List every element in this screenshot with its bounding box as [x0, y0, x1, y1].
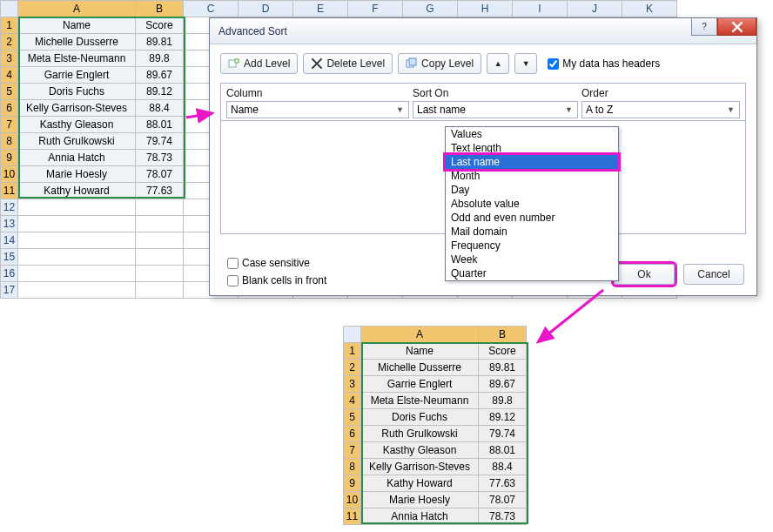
cell[interactable]: [136, 282, 184, 299]
row-header[interactable]: 17: [1, 282, 18, 299]
row-header[interactable]: 2: [1, 34, 18, 51]
col-header[interactable]: A: [18, 1, 136, 17]
dropdown-option[interactable]: Odd and even number: [446, 211, 618, 225]
cell[interactable]: [18, 216, 136, 232]
row-header[interactable]: 7: [1, 117, 18, 133]
cell[interactable]: 89.12: [479, 409, 527, 426]
cell[interactable]: 88.01: [479, 442, 527, 459]
cell[interactable]: [18, 266, 136, 282]
cell[interactable]: [136, 266, 184, 282]
cell[interactable]: Meta Elste-Neumann: [18, 51, 136, 67]
cell[interactable]: [18, 282, 136, 299]
cell[interactable]: [136, 232, 184, 249]
row-header[interactable]: 12: [1, 199, 18, 216]
cell[interactable]: 89.12: [136, 84, 184, 100]
copy-level-button[interactable]: Copy Level: [398, 53, 481, 74]
row-header[interactable]: 4: [344, 393, 361, 409]
cell[interactable]: 89.8: [136, 51, 184, 67]
row-header[interactable]: 1: [1, 17, 18, 34]
row-header[interactable]: 16: [1, 266, 18, 282]
sorton-dropdown[interactable]: ValuesText lengthLast nameMonthDayAbsolu…: [445, 126, 619, 281]
row-header[interactable]: 11: [1, 183, 18, 199]
order-combo[interactable]: A to Z ▼: [581, 101, 740, 118]
dropdown-option[interactable]: Frequency: [446, 239, 618, 253]
dropdown-option[interactable]: Mail domain: [446, 225, 618, 239]
cell[interactable]: 88.01: [136, 117, 184, 133]
row-header[interactable]: 13: [1, 216, 18, 232]
dropdown-option[interactable]: Week: [446, 253, 618, 266]
cell[interactable]: Garrie Englert: [361, 376, 479, 393]
row-header[interactable]: 9: [1, 150, 18, 166]
cell[interactable]: 78.07: [136, 166, 184, 183]
cell[interactable]: Marie Hoesly: [18, 166, 136, 183]
cell[interactable]: Kathy Howard: [361, 475, 479, 492]
row-header[interactable]: 10: [344, 492, 361, 508]
add-level-button[interactable]: Add Level: [220, 53, 298, 74]
row-header[interactable]: 1: [344, 343, 361, 360]
row-header[interactable]: 5: [344, 409, 361, 426]
col-header[interactable]: B: [479, 327, 527, 343]
cell[interactable]: 88.4: [136, 100, 184, 117]
dropdown-option[interactable]: Values: [446, 127, 618, 141]
row-header[interactable]: 7: [344, 442, 361, 459]
col-header[interactable]: I: [513, 1, 568, 17]
dialog-titlebar[interactable]: Advanced Sort ?: [210, 18, 756, 44]
cell[interactable]: Score: [479, 343, 527, 360]
cell[interactable]: Score: [136, 17, 184, 34]
dropdown-option[interactable]: Absolute value: [446, 197, 618, 211]
ok-button[interactable]: Ok: [614, 264, 675, 285]
row-header[interactable]: 4: [1, 67, 18, 84]
row-header[interactable]: 3: [344, 376, 361, 393]
col-header[interactable]: H: [458, 1, 513, 17]
cell[interactable]: Kelly Garrison-Steves: [361, 459, 479, 475]
col-header[interactable]: B: [136, 1, 184, 17]
cell[interactable]: 78.73: [136, 150, 184, 166]
cell[interactable]: 78.73: [479, 508, 527, 525]
cell[interactable]: Doris Fuchs: [361, 409, 479, 426]
cell[interactable]: 89.81: [479, 360, 527, 376]
row-header[interactable]: 6: [1, 100, 18, 117]
cell[interactable]: Michelle Dusserre: [18, 34, 136, 51]
cell[interactable]: 89.8: [479, 393, 527, 409]
col-header[interactable]: J: [568, 1, 622, 17]
cell[interactable]: Meta Elste-Neumann: [361, 393, 479, 409]
cell[interactable]: [136, 199, 184, 216]
row-header[interactable]: 15: [1, 249, 18, 266]
cell[interactable]: 89.81: [136, 34, 184, 51]
col-header[interactable]: E: [293, 1, 348, 17]
row-header[interactable]: 5: [1, 84, 18, 100]
dropdown-option[interactable]: Last name: [446, 155, 618, 169]
cell[interactable]: Ruth Grulkowski: [361, 426, 479, 442]
cell[interactable]: Garrie Englert: [18, 67, 136, 84]
cell[interactable]: [136, 249, 184, 266]
row-header[interactable]: 14: [1, 232, 18, 249]
column-combo[interactable]: Name ▼: [226, 101, 409, 118]
col-header[interactable]: D: [239, 1, 293, 17]
row-header[interactable]: 10: [1, 166, 18, 183]
cell[interactable]: 77.63: [479, 475, 527, 492]
cell[interactable]: Marie Hoesly: [361, 492, 479, 508]
cell[interactable]: 77.63: [136, 183, 184, 199]
blank-front-checkbox[interactable]: Blank cells in front: [222, 274, 326, 286]
row-header[interactable]: 9: [344, 475, 361, 492]
col-header[interactable]: K: [622, 1, 677, 17]
cell[interactable]: Michelle Dusserre: [361, 360, 479, 376]
dropdown-option[interactable]: Text length: [446, 141, 618, 155]
cell[interactable]: [136, 216, 184, 232]
cell[interactable]: 89.67: [479, 376, 527, 393]
cell[interactable]: [18, 249, 136, 266]
cell[interactable]: [18, 232, 136, 249]
headers-checkbox[interactable]: My data has headers: [542, 57, 660, 70]
cell[interactable]: Doris Fuchs: [18, 84, 136, 100]
move-down-button[interactable]: ▼: [514, 53, 537, 74]
close-button[interactable]: [717, 18, 756, 36]
cell[interactable]: 79.74: [136, 133, 184, 150]
cell[interactable]: Kasthy Gleason: [361, 442, 479, 459]
cell[interactable]: 79.74: [479, 426, 527, 442]
row-header[interactable]: 8: [344, 459, 361, 475]
cell[interactable]: 89.67: [136, 67, 184, 84]
cell[interactable]: Annia Hatch: [18, 150, 136, 166]
delete-level-button[interactable]: Delete Level: [303, 53, 393, 74]
row-header[interactable]: 11: [344, 508, 361, 525]
cell[interactable]: 88.4: [479, 459, 527, 475]
